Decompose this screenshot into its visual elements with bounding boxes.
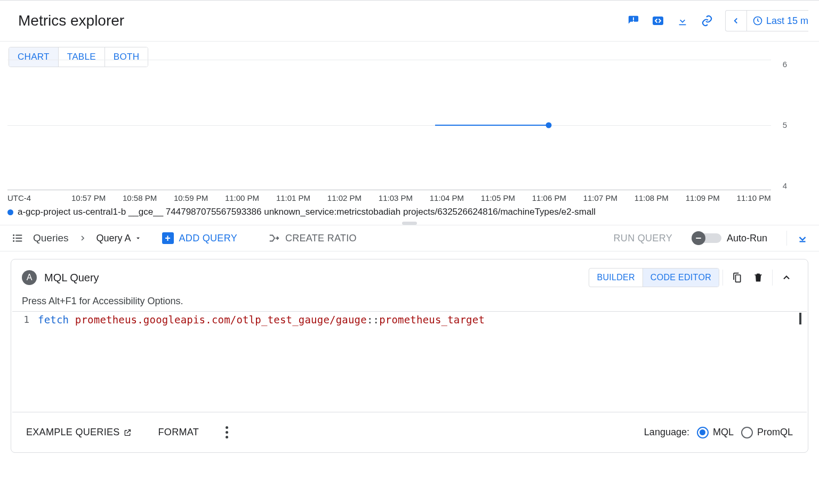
x-tick: 10:58 PM (123, 193, 157, 202)
chevron-right-icon (78, 234, 87, 242)
svg-rect-5 (15, 238, 22, 239)
panel-title: MQL Query (44, 272, 99, 284)
x-tick: 11:05 PM (481, 193, 515, 202)
header-actions: Last 15 m (622, 9, 808, 32)
chart-plot[interactable]: 6 5 4 (7, 60, 819, 190)
radio-mql[interactable]: MQL (697, 427, 734, 438)
query-panel: A MQL Query BUILDER CODE EDITOR Press Al… (11, 259, 808, 453)
example-queries-button[interactable]: EXAMPLE QUERIES (26, 427, 132, 438)
switch-knob (692, 231, 705, 245)
data-point[interactable] (546, 122, 552, 128)
time-range-label[interactable]: Last 15 m (747, 15, 808, 27)
svg-point-4 (13, 238, 14, 239)
x-tick: 11:08 PM (635, 193, 669, 202)
builder-tab[interactable]: BUILDER (589, 269, 642, 287)
panel-footer: EXAMPLE QUERIES FORMAT Language: MQL Pro… (11, 412, 808, 452)
x-tick: 11:09 PM (686, 193, 720, 202)
x-tick: 11:02 PM (327, 193, 362, 202)
editor-mode-segment: BUILDER CODE EDITOR (589, 268, 719, 287)
x-tick: 11:07 PM (583, 193, 617, 202)
download-icon[interactable] (671, 9, 694, 32)
time-range-selector[interactable]: Last 15 m (725, 10, 808, 31)
feedback-icon[interactable] (622, 9, 645, 32)
svg-rect-3 (15, 235, 22, 236)
radio-promql[interactable]: PromQL (741, 427, 793, 438)
x-tick: 10:59 PM (174, 193, 208, 202)
timezone-label: UTC-4 (7, 193, 71, 202)
code-editor-area[interactable]: 1 fetch prometheus.googleapis.com/otlp_t… (12, 311, 807, 412)
series-line (435, 125, 549, 126)
code-line[interactable]: fetch prometheus.googleapis.com/otlp_tes… (34, 312, 485, 412)
svg-point-6 (13, 240, 14, 242)
legend-color-dot (7, 209, 13, 215)
chart-legend[interactable]: a-gcp-project us-central1-b __gce__ 7447… (7, 207, 819, 217)
query-selector[interactable]: Query A (97, 233, 142, 244)
page-header: Metrics explorer Last 15 m (0, 0, 819, 42)
plus-icon: + (162, 232, 174, 244)
x-tick: 11:04 PM (430, 193, 464, 202)
y-tick: 5 (783, 120, 787, 129)
query-badge: A (22, 270, 37, 285)
more-options-icon[interactable] (226, 426, 228, 438)
add-query-button[interactable]: + ADD QUERY (162, 232, 237, 244)
copy-icon[interactable] (726, 267, 748, 288)
collapse-icon[interactable] (786, 231, 808, 246)
caret-down-icon (134, 234, 142, 242)
list-icon (12, 232, 23, 244)
y-axis: 6 5 4 (783, 60, 787, 190)
code-editor-tab[interactable]: CODE EDITOR (643, 269, 719, 287)
x-tick: 11:10 PM (737, 193, 771, 202)
x-tick: 11:01 PM (276, 193, 310, 202)
x-axis: UTC-4 10:57 PM 10:58 PM 10:59 PM 11:00 P… (7, 193, 771, 202)
run-query-button[interactable]: RUN QUERY (614, 233, 672, 244)
clock-icon (752, 15, 763, 26)
merge-icon (268, 232, 280, 244)
language-selector: Language: MQL PromQL (644, 427, 793, 438)
language-label: Language: (644, 427, 689, 438)
line-number: 1 (12, 312, 34, 412)
code-icon[interactable] (646, 9, 670, 32)
queries-label: Queries (33, 232, 69, 244)
format-button[interactable]: FORMAT (158, 427, 199, 438)
delete-icon[interactable] (748, 267, 769, 288)
link-icon[interactable] (695, 9, 719, 32)
svg-rect-7 (15, 241, 22, 242)
x-tick: 11:06 PM (532, 193, 566, 202)
svg-point-2 (13, 234, 14, 236)
chart-container: 6 5 4 UTC-4 10:57 PM 10:58 PM 10:59 PM 1… (7, 60, 819, 217)
cursor-indicator (799, 313, 801, 324)
create-ratio-button[interactable]: CREATE RATIO (268, 232, 357, 244)
svg-rect-0 (653, 17, 663, 25)
external-link-icon (123, 428, 132, 437)
query-toolbar: Queries Query A + ADD QUERY CREATE RATIO… (0, 225, 819, 251)
auto-run-toggle[interactable]: Auto-Run (694, 233, 767, 244)
auto-run-label: Auto-Run (727, 233, 767, 244)
x-tick: 11:03 PM (379, 193, 413, 202)
chevron-left-icon[interactable] (726, 11, 747, 31)
accessibility-hint: Press Alt+F1 for Accessibility Options. (11, 296, 808, 311)
y-tick: 6 (783, 60, 787, 69)
collapse-panel-icon[interactable] (776, 267, 797, 288)
panel-header: A MQL Query BUILDER CODE EDITOR (11, 259, 808, 296)
switch-track (694, 233, 721, 243)
legend-text: a-gcp-project us-central1-b __gce__ 7447… (18, 207, 596, 217)
y-tick: 4 (783, 181, 787, 190)
x-tick: 10:57 PM (71, 193, 106, 202)
page-title: Metrics explorer (18, 12, 124, 29)
x-tick: 11:00 PM (225, 193, 259, 202)
